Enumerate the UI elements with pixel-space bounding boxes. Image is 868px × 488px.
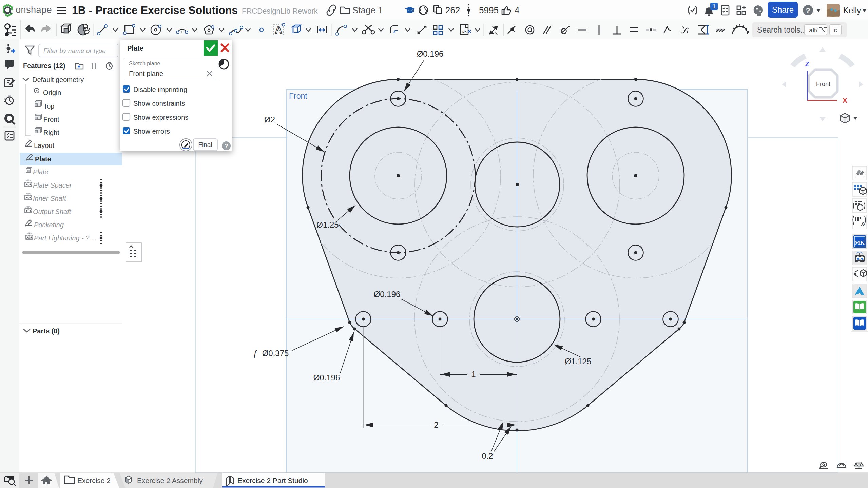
svg-text:Z: Z — [805, 60, 810, 68]
svg-text:Search tools...: Search tools... — [757, 25, 807, 34]
svg-text:Front: Front — [43, 116, 59, 123]
svg-text:Exercise 2 Assembly: Exercise 2 Assembly — [137, 476, 203, 484]
svg-text:onshape: onshape — [16, 5, 52, 15]
svg-text:5995: 5995 — [479, 5, 499, 15]
svg-text:Front: Front — [816, 81, 830, 87]
svg-text:Stage 1: Stage 1 — [352, 5, 383, 15]
svg-text:Plate: Plate — [35, 155, 51, 163]
svg-text:Right: Right — [43, 129, 59, 136]
svg-text:Ø0.196: Ø0.196 — [313, 373, 340, 382]
svg-text:Show expressions: Show expressions — [133, 114, 188, 121]
svg-text:1B - Practice Exercise Solutio: 1B - Practice Exercise Solutions — [72, 4, 238, 16]
svg-text:Show errors: Show errors — [133, 128, 170, 135]
svg-text:262: 262 — [445, 5, 460, 15]
svg-text:Exercise 2 Part Studio: Exercise 2 Part Studio — [237, 476, 308, 484]
svg-text:Plate Spacer: Plate Spacer — [33, 181, 72, 189]
svg-text:Exercise 2: Exercise 2 — [77, 476, 111, 484]
svg-text:4: 4 — [515, 5, 519, 15]
svg-text:Layout: Layout — [34, 142, 54, 149]
svg-text:1: 1 — [712, 3, 715, 10]
svg-text:Front: Front — [289, 92, 307, 100]
svg-text:MK: MK — [854, 239, 865, 246]
svg-text:Ø0.196: Ø0.196 — [417, 49, 444, 58]
svg-text:Part Lightening - ? ...: Part Lightening - ? ... — [34, 234, 97, 242]
svg-text:Kelly: Kelly — [843, 6, 861, 15]
svg-text:Show constraints: Show constraints — [133, 100, 185, 107]
svg-text:Features (12): Features (12) — [23, 62, 65, 70]
svg-text:?: ? — [806, 6, 810, 15]
svg-text:0.2: 0.2 — [482, 451, 493, 461]
svg-text:Parts (0): Parts (0) — [33, 327, 60, 335]
svg-text:Ø2: Ø2 — [264, 115, 275, 124]
svg-text:Default geometry: Default geometry — [32, 76, 84, 83]
svg-text:?: ? — [225, 143, 228, 150]
svg-text:c: c — [834, 26, 837, 34]
svg-text:Output Shaft: Output Shaft — [33, 208, 72, 215]
svg-text:Ø0.375: Ø0.375 — [262, 349, 289, 358]
svg-text:Filter by name or type: Filter by name or type — [43, 47, 106, 54]
svg-text:A: A — [275, 24, 282, 36]
svg-text:Top: Top — [43, 102, 54, 110]
svg-text:Sketch plane: Sketch plane — [129, 61, 160, 66]
svg-text:DXF: DXF — [462, 30, 469, 33]
svg-text:Origin: Origin — [43, 89, 61, 96]
svg-text:Inner Shaft: Inner Shaft — [33, 195, 66, 202]
svg-text:Ø1.25: Ø1.25 — [316, 220, 339, 229]
svg-text:Pocketing: Pocketing — [34, 221, 64, 229]
svg-text:alt/: alt/ — [809, 26, 818, 34]
svg-text:Ø0.196: Ø0.196 — [374, 290, 401, 299]
svg-text:Final: Final — [198, 141, 212, 148]
svg-text:Plate: Plate — [33, 168, 49, 176]
svg-text:Disable imprinting: Disable imprinting — [133, 86, 187, 93]
svg-text:X: X — [843, 96, 847, 104]
svg-text:2: 2 — [434, 420, 438, 429]
svg-text:FRCDesignLib Rework: FRCDesignLib Rework — [242, 7, 318, 15]
svg-text:Front plane: Front plane — [129, 70, 163, 77]
svg-text:1: 1 — [471, 370, 476, 379]
svg-text:Plate: Plate — [127, 44, 143, 52]
svg-text:Ø1.125: Ø1.125 — [565, 357, 592, 366]
svg-text:+: + — [180, 30, 183, 35]
svg-text:x: x — [861, 219, 865, 228]
svg-text:ƒ: ƒ — [253, 349, 257, 358]
svg-text:Share: Share — [772, 5, 794, 14]
